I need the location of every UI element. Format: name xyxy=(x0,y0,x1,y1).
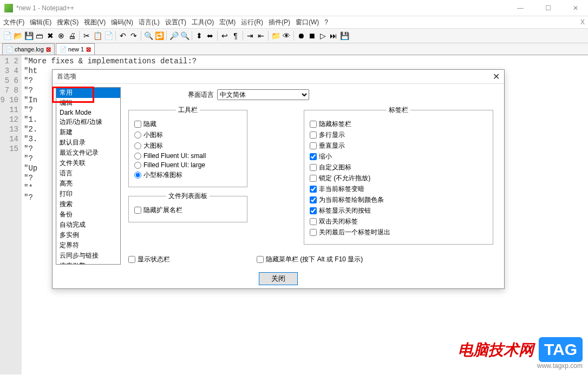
close-all-icon[interactable]: ⊗ xyxy=(56,31,66,41)
paste-icon[interactable]: 📄 xyxy=(103,31,113,41)
open-file-icon[interactable]: 📂 xyxy=(13,31,23,41)
category-item[interactable]: 最近文件记录 xyxy=(56,148,120,158)
category-item[interactable]: 默认目录 xyxy=(56,137,120,148)
tabbar-legend: 标签栏 xyxy=(387,106,410,115)
toolbar-option[interactable]: 大图标 xyxy=(134,141,241,150)
undo-icon[interactable]: ↶ xyxy=(118,31,128,41)
save-all-icon[interactable]: 🗃 xyxy=(35,31,44,41)
tabbar-option[interactable]: 为当前标签绘制颜色条 xyxy=(310,195,487,205)
category-item[interactable]: 编辑 xyxy=(56,98,120,108)
filelistpanel-option[interactable]: 隐藏扩展名栏 xyxy=(134,206,241,215)
toolbar-option[interactable]: 小型标准图标 xyxy=(134,170,241,180)
play-icon[interactable]: ▷ xyxy=(318,31,328,41)
redo-icon[interactable]: ↷ xyxy=(129,31,139,41)
dialog-close-button[interactable]: 关闭 xyxy=(259,272,298,285)
cut-icon[interactable]: ✂ xyxy=(82,31,92,41)
category-item[interactable]: 语言 xyxy=(56,168,120,179)
zoom-in-icon[interactable]: 🔎 xyxy=(169,31,179,41)
print-icon[interactable]: 🖨 xyxy=(67,31,77,41)
category-item[interactable]: 高亮 xyxy=(56,179,120,189)
copy-icon[interactable]: 📋 xyxy=(93,31,102,41)
category-item[interactable]: 云同步与链接 xyxy=(56,251,120,261)
category-item[interactable]: 定界符 xyxy=(56,240,120,251)
folder-icon[interactable]: 📁 xyxy=(271,31,280,41)
tabbar-option[interactable]: 自定义图标 xyxy=(310,163,487,172)
dialog-close-icon[interactable]: ✕ xyxy=(493,71,500,82)
category-item[interactable]: Dark Mode xyxy=(56,108,120,117)
menu-item[interactable]: 运行(R) xyxy=(241,18,263,27)
hide-menubar-input[interactable] xyxy=(257,256,264,263)
category-item[interactable]: 多实例 xyxy=(56,230,120,240)
menu-item[interactable]: 工具(O) xyxy=(192,18,214,27)
toolbar-option[interactable]: Filled Fluent UI: large xyxy=(134,161,241,169)
tabbar-option[interactable]: 垂直显示 xyxy=(310,141,487,150)
new-file-icon[interactable]: 📄 xyxy=(2,31,12,41)
sync-h-icon[interactable]: ⬌ xyxy=(205,31,215,41)
monitor-icon[interactable]: 👁 xyxy=(282,31,291,41)
stop-icon[interactable]: ⏹ xyxy=(307,31,317,41)
show-statusbar-check[interactable]: 显示状态栏 xyxy=(128,255,170,264)
menu-item[interactable]: 编码(N) xyxy=(111,18,133,27)
category-list[interactable]: 常用编辑Dark Mode边距/边框/边缘新建默认目录最近文件记录文件关联语言高… xyxy=(56,87,121,265)
tabbar-option[interactable]: 关闭最后一个标签时退出 xyxy=(310,228,487,237)
show-statusbar-input[interactable] xyxy=(128,256,135,263)
playmulti-icon[interactable]: ⏭ xyxy=(329,31,338,41)
toolbar-option[interactable]: 隐藏 xyxy=(134,120,241,129)
file-tab[interactable]: 📄change.log⊠ xyxy=(2,43,55,55)
tabbar-option[interactable]: 双击关闭标签 xyxy=(310,217,487,226)
menu-x-icon[interactable]: X xyxy=(580,18,585,26)
category-item[interactable]: 搜索 xyxy=(56,199,120,209)
outdent-icon[interactable]: ⇤ xyxy=(256,31,266,41)
wrap-icon[interactable]: ↩ xyxy=(220,31,230,41)
menu-item[interactable]: 文件(F) xyxy=(3,18,24,27)
tabbar-option[interactable]: 非当前标签变暗 xyxy=(310,185,487,194)
hide-menubar-check[interactable]: 隐藏菜单栏 (按下 Alt 或 F10 显示) xyxy=(257,255,363,264)
category-item[interactable]: 搜索引擎 xyxy=(56,261,120,265)
file-icon: 📄 xyxy=(60,46,66,52)
record-icon[interactable]: ⏺ xyxy=(296,31,306,41)
category-item[interactable]: 文件关联 xyxy=(56,158,120,168)
category-item[interactable]: 新建 xyxy=(56,127,120,137)
menu-item[interactable]: 视图(V) xyxy=(84,18,106,27)
close-button[interactable]: ✕ xyxy=(567,2,584,14)
close-tab-icon[interactable]: ⊠ xyxy=(46,46,51,53)
menu-item[interactable]: ? xyxy=(324,18,328,26)
tabbar-option[interactable]: 标签显示关闭按钮 xyxy=(310,206,487,215)
close-file-icon[interactable]: ✖ xyxy=(45,31,55,41)
minimize-button[interactable]: — xyxy=(512,2,529,14)
replace-icon[interactable]: 🔁 xyxy=(154,31,164,41)
menu-item[interactable]: 语言(L) xyxy=(139,18,160,27)
category-item[interactable]: 打印 xyxy=(56,189,120,199)
indent-icon[interactable]: ⇥ xyxy=(245,31,255,41)
category-item[interactable]: 常用 xyxy=(56,88,120,98)
menu-item[interactable]: 设置(T) xyxy=(165,18,186,27)
category-item[interactable]: 自动完成 xyxy=(56,220,120,230)
toolbar-option[interactable]: Filled Fluent UI: small xyxy=(134,152,241,160)
zoom-out-icon[interactable]: 🔍 xyxy=(180,31,190,41)
file-tab[interactable]: 📄new 1⊠ xyxy=(56,43,95,55)
toolbar-fieldset: 工具栏 隐藏小图标大图标Filled Fluent UI: smallFille… xyxy=(128,106,247,187)
menu-item[interactable]: 插件(P) xyxy=(269,18,290,27)
tabbar-option[interactable]: 锁定 (不允许拖放) xyxy=(310,174,487,183)
menu-item[interactable]: 搜索(S) xyxy=(57,18,79,27)
find-icon[interactable]: 🔍 xyxy=(143,31,153,41)
watermark: 电脑技术网 TAG www.tagxp.com xyxy=(458,337,583,370)
tabbar-option[interactable]: 多行显示 xyxy=(310,130,487,140)
filelistpanel-fieldset: 文件列表面板 隐藏扩展名栏 xyxy=(128,192,247,222)
sync-v-icon[interactable]: ⬍ xyxy=(194,31,204,41)
menu-item[interactable]: 宏(M) xyxy=(219,18,236,27)
menu-item[interactable]: 窗口(W) xyxy=(296,18,319,27)
tabbar-option[interactable]: 缩小 xyxy=(310,152,487,161)
ui-language-select[interactable]: 中文简体 xyxy=(217,89,309,100)
menu-item[interactable]: 编辑(E) xyxy=(30,18,51,27)
maximize-button[interactable]: ☐ xyxy=(540,2,557,14)
window-title: *new 1 - Notepad++ xyxy=(16,4,512,12)
save-macro-icon[interactable]: 💾 xyxy=(339,31,349,41)
save-icon[interactable]: 💾 xyxy=(24,31,34,41)
category-item[interactable]: 备份 xyxy=(56,209,120,220)
close-tab-icon[interactable]: ⊠ xyxy=(86,46,91,53)
toolbar-option[interactable]: 小图标 xyxy=(134,130,241,140)
category-item[interactable]: 边距/边框/边缘 xyxy=(56,117,120,127)
show-chars-icon[interactable]: ¶ xyxy=(231,31,240,41)
tabbar-option[interactable]: 隐藏标签栏 xyxy=(310,120,487,129)
